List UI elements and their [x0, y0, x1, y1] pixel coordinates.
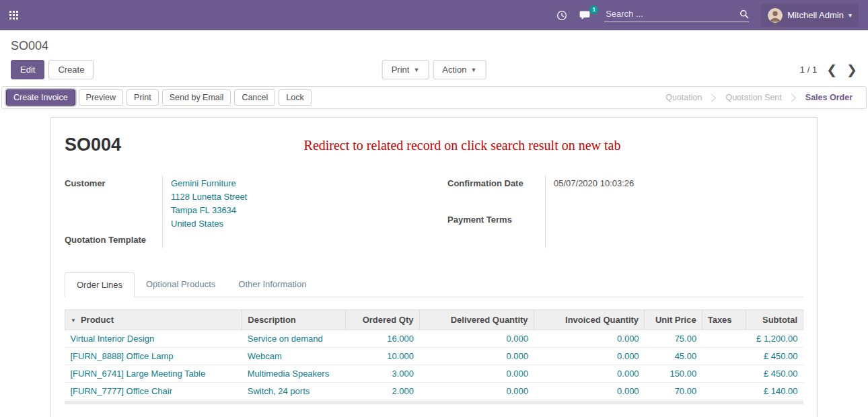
cell-taxes — [702, 382, 746, 400]
action-label: Action — [442, 65, 466, 75]
preview-button[interactable]: Preview — [79, 89, 123, 106]
cell-product[interactable]: [FURN_6741] Large Meeting Table — [65, 365, 242, 382]
search-input[interactable] — [604, 8, 739, 20]
field-group-right: Confirmation Date 05/07/2020 10:03:26 Pa… — [447, 176, 803, 248]
pager-previous-icon[interactable]: ❮ — [826, 63, 837, 76]
create-invoice-button[interactable]: Create Invoice — [6, 89, 75, 106]
tab-other-information[interactable]: Other Information — [227, 272, 318, 297]
col-header-subtotal[interactable]: Subtotal — [746, 309, 803, 330]
customer-value: Gemini Furniture 1128 Lunetta Street Tam… — [162, 176, 421, 232]
cell-delivered-qty: 0.000 — [419, 347, 534, 365]
table-row[interactable]: [FURN_8888] Office Lamp Webcam 10.000 0.… — [65, 347, 803, 365]
edit-button[interactable]: Edit — [11, 60, 44, 79]
field-group-left: Customer Gemini Furniture 1128 Lunetta S… — [65, 176, 421, 248]
quotation-template-label: Quotation Template — [65, 232, 162, 248]
table-row[interactable]: Virtual Interior Design Service on deman… — [65, 330, 803, 347]
col-header-product[interactable]: ▼Product — [65, 309, 242, 330]
order-lines-table: ▼Product Description Ordered Qty Deliver… — [65, 309, 803, 400]
top-navbar: 1 Mitchell Admin ▾ — [0, 0, 868, 30]
cell-invoiced-qty: 0.000 — [534, 365, 645, 382]
cell-ordered-qty: 10.000 — [345, 347, 419, 365]
avatar — [768, 8, 783, 23]
cell-subtotal: £ 450.00 — [746, 347, 803, 365]
pager-next-icon[interactable]: ❯ — [846, 63, 857, 76]
cell-invoiced-qty: 0.000 — [534, 382, 645, 400]
cell-unit-price: 70.00 — [645, 382, 702, 400]
cell-unit-price: 150.00 — [645, 365, 702, 382]
cell-delivered-qty: 0.000 — [419, 365, 534, 382]
record-title: SO004 — [65, 135, 121, 155]
cell-subtotal: £ 450.00 — [746, 365, 803, 382]
payment-terms-value — [545, 212, 803, 248]
customer-street-link[interactable]: 1128 Lunetta Street — [171, 190, 421, 204]
cancel-button[interactable]: Cancel — [234, 89, 275, 106]
breadcrumb: SO004 — [11, 39, 48, 52]
confirmation-date-value: 05/07/2020 10:03:26 — [545, 176, 803, 212]
notebook-tabs: Order Lines Optional Products Other Info… — [65, 272, 803, 297]
activities-clock-icon[interactable] — [556, 10, 567, 21]
stage-quotation-sent[interactable]: Quotation Sent — [721, 93, 785, 102]
customer-city-link[interactable]: Tampa FL 33634 — [171, 204, 421, 217]
cell-description[interactable]: Webcam — [242, 347, 346, 365]
cell-product[interactable]: [FURN_8888] Office Lamp — [65, 347, 242, 365]
form-sheet: SO004 Redirect to related record on clic… — [50, 117, 818, 417]
cell-taxes — [702, 365, 746, 382]
confirmation-date-label: Confirmation Date — [447, 176, 545, 212]
tab-order-lines[interactable]: Order Lines — [65, 272, 135, 297]
payment-terms-label: Payment Terms — [447, 212, 545, 248]
stage-separator-icon — [708, 93, 717, 102]
cell-unit-price: 75.00 — [645, 330, 702, 347]
statusbar: Create Invoice Preview Print Send by Ema… — [1, 86, 867, 109]
col-header-delivered-quantity[interactable]: Delivered Quantity — [419, 309, 534, 330]
pager-value[interactable]: 1 / 1 — [800, 65, 817, 75]
cell-unit-price: 45.00 — [645, 347, 702, 365]
user-name: Mitchell Admin — [787, 10, 844, 20]
print-dropdown[interactable]: Print ▼ — [382, 60, 429, 79]
print-button[interactable]: Print — [126, 89, 159, 106]
col-header-unit-price[interactable]: Unit Price — [645, 309, 702, 330]
messages-icon[interactable]: 1 — [579, 10, 592, 21]
print-label: Print — [392, 65, 410, 75]
chevron-down-icon: ▼ — [413, 67, 419, 73]
cell-product[interactable]: [FURN_7777] Office Chair — [65, 382, 242, 400]
stage-quotation[interactable]: Quotation — [661, 93, 706, 102]
chevron-down-icon: ▼ — [470, 67, 476, 73]
cell-invoiced-qty: 0.000 — [534, 347, 645, 365]
col-header-taxes[interactable]: Taxes — [702, 309, 746, 330]
cell-description[interactable]: Switch, 24 ports — [242, 382, 346, 400]
tab-optional-products[interactable]: Optional Products — [135, 272, 227, 297]
send-by-email-button[interactable]: Send by Email — [162, 89, 231, 106]
create-button[interactable]: Create — [48, 60, 94, 79]
cell-product[interactable]: Virtual Interior Design — [65, 330, 242, 347]
col-header-description[interactable]: Description — [242, 309, 346, 330]
lock-button[interactable]: Lock — [279, 89, 311, 106]
table-scrollbar[interactable] — [65, 401, 803, 404]
customer-country-link[interactable]: United States — [171, 217, 421, 231]
action-dropdown[interactable]: Action ▼ — [433, 60, 486, 79]
quotation-template-value — [162, 232, 421, 248]
customer-name-link[interactable]: Gemini Furniture — [171, 177, 421, 190]
sort-caret-icon: ▼ — [71, 317, 76, 324]
cell-invoiced-qty: 0.000 — [534, 330, 645, 347]
annotation-text: Redirect to related record on click sear… — [121, 135, 803, 153]
stage-sales-order[interactable]: Sales Order — [801, 93, 857, 102]
topbar-search — [604, 8, 749, 22]
search-icon[interactable] — [739, 9, 749, 19]
cell-ordered-qty: 2.000 — [345, 382, 419, 400]
cell-description[interactable]: Service on demand — [242, 330, 346, 347]
cell-taxes — [702, 347, 746, 365]
apps-menu-icon[interactable] — [9, 11, 18, 20]
col-header-invoiced-quantity[interactable]: Invoiced Quantity — [534, 309, 645, 330]
messages-badge: 1 — [589, 5, 598, 14]
col-header-ordered-qty[interactable]: Ordered Qty — [345, 309, 419, 330]
stage-separator-icon — [787, 93, 796, 102]
table-row[interactable]: [FURN_7777] Office Chair Switch, 24 port… — [65, 382, 803, 400]
user-menu[interactable]: Mitchell Admin ▾ — [761, 4, 859, 27]
cell-subtotal: £ 140.00 — [746, 382, 803, 400]
cell-delivered-qty: 0.000 — [419, 330, 534, 347]
cell-ordered-qty: 3.000 — [345, 365, 419, 382]
cell-description[interactable]: Multimedia Speakers — [242, 365, 346, 382]
table-row[interactable]: [FURN_6741] Large Meeting Table Multimed… — [65, 365, 803, 382]
chevron-down-icon: ▾ — [848, 11, 852, 19]
cell-ordered-qty: 16.000 — [345, 330, 419, 347]
